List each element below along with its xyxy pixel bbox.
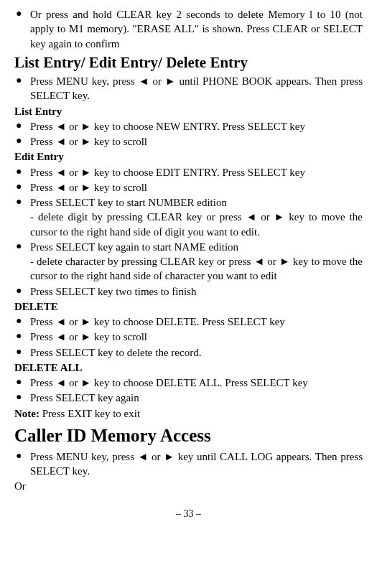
bullet-text: Press SELECT key to delete the record.: [30, 345, 363, 360]
list-item: ● Press ◄ or ► key to choose DELETE ALL.…: [14, 375, 363, 390]
list-item: ● Press MENU key, press ◄ or ► until PHO…: [14, 74, 363, 103]
bullet-text: Press SELECT key again to start NAME edi…: [30, 240, 363, 284]
bullet-icon: ●: [14, 375, 30, 389]
list-item: ● Press ◄ or ► key to scroll: [14, 330, 363, 344]
bullet-text: Press ◄ or ► key to scroll: [30, 134, 363, 149]
bullet-text: Or press and hold CLEAR key 2 seconds to…: [30, 7, 363, 51]
bullet-icon: ●: [14, 165, 30, 179]
heading-delete: DELETE: [14, 299, 363, 314]
list-item: ● Press SELECT key to delete the record.: [14, 345, 363, 360]
list-item: ● Press ◄ or ► key to scroll: [14, 180, 363, 195]
page-content: ● Or press and hold CLEAR key 2 seconds …: [0, 0, 377, 528]
list-item: ● Press SELECT key two times to finish: [14, 284, 363, 299]
caller-list: ● Press MENU key, press ◄ or ► key until…: [14, 449, 363, 479]
edit-entry-list: ● Press ◄ or ► key to choose EDIT ENTRY.…: [14, 165, 363, 299]
list-item: ● Press ◄ or ► key to choose DELETE. Pre…: [14, 314, 363, 329]
list-item: ● Press MENU key, press ◄ or ► key until…: [14, 449, 363, 479]
bullet-text: Press ◄ or ► key to choose DELETE. Press…: [30, 314, 363, 329]
heading-list-entry: List Entry: [14, 104, 363, 118]
bullet-text: Press MENU key, press ◄ or ► until PHONE…: [30, 74, 363, 103]
bullet-icon: ●: [14, 74, 30, 88]
bullet-text: Press ◄ or ► key to choose NEW ENTRY. Pr…: [30, 119, 363, 134]
list-item: ● Press SELECT key to start NUMBER editi…: [14, 195, 363, 239]
list-item: ● Press SELECT key again to start NAME e…: [14, 240, 363, 284]
heading-list-edit-delete: List Entry/ Edit Entry/ Delete Entry: [14, 52, 363, 73]
delete-all-list: ● Press ◄ or ► key to choose DELETE ALL.…: [14, 375, 363, 406]
note-text: Press EXIT key to exit: [39, 408, 140, 419]
bullet-icon: ●: [14, 7, 30, 21]
delete-list: ● Press ◄ or ► key to choose DELETE. Pre…: [14, 314, 363, 360]
bullet-text: Press ◄ or ► key to scroll: [30, 330, 363, 344]
list-item: ● Press SELECT key again: [14, 391, 363, 405]
bullet-icon: ●: [14, 345, 30, 359]
page-number: – 33 –: [14, 508, 363, 521]
bullet-text: Press ◄ or ► key to scroll: [30, 180, 363, 195]
bullet-text: Press MENU key, press ◄ or ► key until C…: [30, 449, 363, 479]
bullet-icon: ●: [14, 134, 30, 148]
bullet-icon: ●: [14, 314, 30, 328]
bullet-sub-text: - delete digit by pressing CLEAR key or …: [30, 211, 363, 237]
bullet-sub-text: - delete character by pressing CLEAR key…: [30, 256, 363, 281]
bullet-icon: ●: [14, 119, 30, 133]
note-label: Note:: [14, 408, 39, 419]
list-item: ● Press ◄ or ► key to choose NEW ENTRY. …: [14, 119, 363, 134]
heading-caller-id: Caller ID Memory Access: [14, 424, 363, 448]
heading-edit-entry: Edit Entry: [14, 149, 363, 164]
bullet-main-text: Press SELECT key to start NUMBER edition: [30, 197, 227, 208]
list-item: ● Or press and hold CLEAR key 2 seconds …: [14, 7, 363, 51]
bullet-icon: ●: [14, 284, 30, 298]
list-item: ● Press ◄ or ► key to choose EDIT ENTRY.…: [14, 165, 363, 179]
bullet-text: Press SELECT key two times to finish: [30, 284, 363, 299]
bullet-icon: ●: [14, 449, 30, 463]
bullet-text: Press SELECT key again: [30, 391, 363, 405]
or-text: Or: [14, 479, 363, 493]
phonebook-list: ● Press MENU key, press ◄ or ► until PHO…: [14, 74, 363, 103]
bullet-icon: ●: [14, 195, 30, 209]
bullet-main-text: Press SELECT key again to start NAME edi…: [30, 241, 238, 253]
intro-list: ● Or press and hold CLEAR key 2 seconds …: [14, 7, 363, 51]
bullet-text: Press ◄ or ► key to choose DELETE ALL. P…: [30, 375, 363, 390]
bullet-icon: ●: [14, 180, 30, 194]
list-entry-list: ● Press ◄ or ► key to choose NEW ENTRY. …: [14, 119, 363, 149]
bullet-icon: ●: [14, 240, 30, 253]
bullet-text: Press SELECT key to start NUMBER edition…: [30, 195, 363, 239]
bullet-icon: ●: [14, 330, 30, 343]
bullet-icon: ●: [14, 391, 30, 404]
bullet-text: Press ◄ or ► key to choose EDIT ENTRY. P…: [30, 165, 363, 179]
heading-delete-all: DELETE ALL: [14, 360, 363, 375]
list-item: ● Press ◄ or ► key to scroll: [14, 134, 363, 149]
note-line: Note: Press EXIT key to exit: [14, 406, 363, 421]
